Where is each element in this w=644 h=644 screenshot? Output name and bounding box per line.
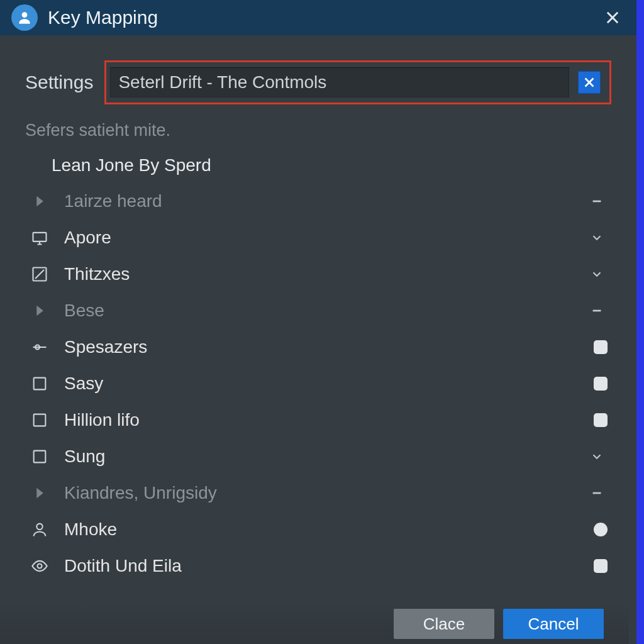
svg-point-0 [22,12,28,18]
list-item[interactable]: Spesazers [25,329,611,365]
list-item[interactable]: Hillion lifo [25,402,611,438]
item-label: Mhoke [64,519,580,540]
chevron-down-icon [586,227,608,248]
settings-label: Settings [25,72,93,93]
cancel-button[interactable]: Cancel [503,609,604,639]
list-item[interactable]: Sasy [25,365,611,402]
chevron-down-icon [586,446,608,467]
monitor-icon [29,227,50,248]
item-label: Sasy [64,374,580,394]
item-label: Thitzxes [64,264,572,284]
square-icon [29,409,50,431]
square-icon [29,446,50,467]
search-container [104,60,611,104]
list-item[interactable]: Mhoke [25,511,611,548]
group-label: 1airze heard [64,191,572,211]
top-row: Settings [0,35,636,104]
group-label: Bese [64,301,572,321]
svg-point-7 [36,524,42,530]
svg-rect-5 [34,414,46,426]
item-label: Hillion lifo [64,410,580,430]
group-header[interactable]: Bese [25,292,611,329]
close-icon [604,9,621,26]
list-item[interactable]: Thitzxes [25,256,611,292]
checkbox-indicator[interactable] [594,377,608,391]
chevron-down-icon [586,264,608,285]
list-item[interactable]: Apore [25,219,611,256]
list-item[interactable]: Sung [25,438,611,475]
close-button[interactable] [600,5,625,30]
clace-button[interactable]: Clace [394,609,494,639]
search-clear-button[interactable] [578,71,601,94]
dialog-body: Settings Sefers satieht mite. Lean Jone … [0,35,636,644]
dialog-footer: Clace Cancel [0,604,629,644]
close-icon [582,75,596,89]
minus-icon [586,191,608,212]
checkbox-indicator[interactable] [594,413,608,427]
play-icon [29,300,50,321]
right-edge-strip [636,0,644,644]
search-input[interactable] [110,67,569,97]
sub-header: Lean Jone By Sperd [0,147,636,183]
item-label: Apore [64,228,572,248]
key-mapping-dialog: Key Mapping Settings Sefers satieht mite… [0,0,636,644]
settings-list: 1airze heardAporeThitzxesBeseSpesazersSa… [0,183,636,584]
eye-icon [29,555,50,577]
play-icon [29,191,50,212]
group-label: Kiandres, Unrigsidy [64,483,572,503]
person-icon [16,9,33,26]
item-label: Spesazers [64,337,580,357]
play-icon [29,482,50,504]
slider-icon [29,336,50,358]
svg-rect-1 [33,233,47,242]
item-label: Dotith Und Eila [64,556,580,576]
svg-rect-6 [34,451,46,463]
minus-icon [586,482,608,504]
list-item[interactable]: Dotith Und Eila [25,548,611,584]
minus-icon [586,300,608,321]
titlebar: Key Mapping [0,0,636,35]
svg-rect-4 [34,378,46,390]
dialog-title: Key Mapping [48,7,590,28]
square-icon [29,373,50,394]
avatar [11,4,38,31]
radio-indicator[interactable] [594,523,608,536]
person-icon [29,519,50,540]
group-header[interactable]: 1airze heard [25,183,611,219]
group-header[interactable]: Kiandres, Unrigsidy [25,475,611,511]
sub-text: Sefers satieht mite. [0,104,636,147]
svg-point-8 [38,564,42,569]
checkbox-indicator[interactable] [594,340,608,354]
item-label: Sung [64,447,572,467]
pencil-box-icon [29,264,50,285]
checkbox-indicator[interactable] [594,559,608,573]
